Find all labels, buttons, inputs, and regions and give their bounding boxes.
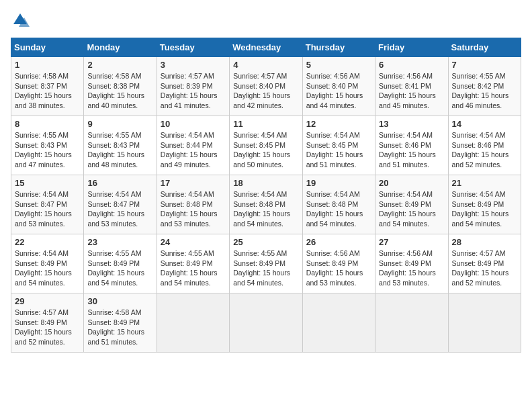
day-info: Sunrise: 4:54 AMSunset: 8:48 PMDaylight:…	[306, 190, 363, 228]
calendar-week-row: 8 Sunrise: 4:55 AMSunset: 8:43 PMDayligh…	[11, 116, 521, 175]
day-info: Sunrise: 4:55 AMSunset: 8:43 PMDaylight:…	[15, 131, 72, 169]
calendar-day-cell: 30 Sunrise: 4:58 AMSunset: 8:49 PMDaylig…	[84, 293, 157, 353]
calendar-day-cell: 25 Sunrise: 4:55 AMSunset: 8:49 PMDaylig…	[230, 234, 302, 293]
day-number: 5	[306, 60, 371, 70]
calendar-week-row: 22 Sunrise: 4:54 AMSunset: 8:49 PMDaylig…	[11, 234, 521, 293]
day-number: 30	[87, 296, 152, 306]
day-info: Sunrise: 4:55 AMSunset: 8:49 PMDaylight:…	[161, 249, 218, 287]
day-info: Sunrise: 4:55 AMSunset: 8:49 PMDaylight:…	[233, 249, 290, 287]
day-info: Sunrise: 4:57 AMSunset: 8:40 PMDaylight:…	[233, 72, 290, 109]
day-number: 23	[87, 237, 152, 247]
day-number: 29	[15, 296, 80, 306]
logo	[11, 11, 32, 30]
calendar-day-cell: 4 Sunrise: 4:57 AMSunset: 8:40 PMDayligh…	[230, 57, 302, 116]
day-header: Sunday	[11, 38, 84, 57]
calendar-day-cell: 12 Sunrise: 4:54 AMSunset: 8:45 PMDaylig…	[302, 116, 375, 175]
day-number: 18	[233, 178, 298, 188]
calendar-day-cell: 21 Sunrise: 4:54 AMSunset: 8:49 PMDaylig…	[448, 175, 521, 234]
calendar-week-row: 1 Sunrise: 4:58 AMSunset: 8:37 PMDayligh…	[11, 57, 521, 116]
calendar-day-cell: 26 Sunrise: 4:56 AMSunset: 8:49 PMDaylig…	[302, 234, 375, 293]
day-info: Sunrise: 4:57 AMSunset: 8:39 PMDaylight:…	[161, 72, 218, 109]
day-number: 11	[233, 119, 298, 129]
calendar-day-cell: 24 Sunrise: 4:55 AMSunset: 8:49 PMDaylig…	[157, 234, 229, 293]
day-info: Sunrise: 4:55 AMSunset: 8:43 PMDaylight:…	[87, 131, 144, 169]
calendar-day-cell: 1 Sunrise: 4:58 AMSunset: 8:37 PMDayligh…	[11, 57, 84, 116]
calendar-day-cell: 20 Sunrise: 4:54 AMSunset: 8:49 PMDaylig…	[375, 175, 448, 234]
calendar-day-cell: 3 Sunrise: 4:57 AMSunset: 8:39 PMDayligh…	[157, 57, 229, 116]
day-number: 10	[161, 119, 226, 129]
day-info: Sunrise: 4:55 AMSunset: 8:42 PMDaylight:…	[452, 72, 509, 109]
day-number: 25	[233, 237, 298, 247]
day-number: 15	[15, 178, 80, 188]
day-info: Sunrise: 4:55 AMSunset: 8:49 PMDaylight:…	[87, 249, 144, 287]
page-header	[11, 11, 521, 30]
calendar-day-cell: 17 Sunrise: 4:54 AMSunset: 8:48 PMDaylig…	[157, 175, 229, 234]
day-header: Saturday	[448, 38, 521, 57]
calendar-day-cell: 8 Sunrise: 4:55 AMSunset: 8:43 PMDayligh…	[11, 116, 84, 175]
day-header: Tuesday	[157, 38, 229, 57]
day-number: 13	[379, 119, 444, 129]
calendar-day-cell: 7 Sunrise: 4:55 AMSunset: 8:42 PMDayligh…	[448, 57, 521, 116]
day-info: Sunrise: 4:58 AMSunset: 8:38 PMDaylight:…	[87, 72, 144, 109]
day-header: Wednesday	[230, 38, 302, 57]
calendar-day-cell: 29 Sunrise: 4:57 AMSunset: 8:49 PMDaylig…	[11, 293, 84, 353]
day-number: 19	[306, 178, 371, 188]
day-info: Sunrise: 4:57 AMSunset: 8:49 PMDaylight:…	[452, 249, 509, 287]
calendar-day-cell: 19 Sunrise: 4:54 AMSunset: 8:48 PMDaylig…	[302, 175, 375, 234]
day-info: Sunrise: 4:54 AMSunset: 8:49 PMDaylight:…	[15, 249, 72, 287]
day-info: Sunrise: 4:54 AMSunset: 8:49 PMDaylight:…	[452, 190, 509, 228]
day-number: 6	[379, 60, 444, 70]
day-info: Sunrise: 4:54 AMSunset: 8:48 PMDaylight:…	[161, 190, 218, 228]
day-number: 3	[161, 60, 226, 70]
logo-icon	[11, 11, 30, 30]
calendar-table: SundayMondayTuesdayWednesdayThursdayFrid…	[11, 38, 521, 353]
day-info: Sunrise: 4:54 AMSunset: 8:45 PMDaylight:…	[233, 131, 290, 169]
calendar-day-cell: 27 Sunrise: 4:56 AMSunset: 8:49 PMDaylig…	[375, 234, 448, 293]
calendar-day-cell	[157, 293, 229, 353]
calendar-week-row: 29 Sunrise: 4:57 AMSunset: 8:49 PMDaylig…	[11, 293, 521, 353]
day-number: 14	[452, 119, 517, 129]
day-number: 28	[452, 237, 517, 247]
day-info: Sunrise: 4:56 AMSunset: 8:49 PMDaylight:…	[306, 249, 363, 287]
day-number: 8	[15, 119, 80, 129]
day-number: 2	[87, 60, 152, 70]
day-number: 27	[379, 237, 444, 247]
day-info: Sunrise: 4:58 AMSunset: 8:49 PMDaylight:…	[87, 308, 144, 346]
day-info: Sunrise: 4:54 AMSunset: 8:49 PMDaylight:…	[379, 190, 436, 228]
day-header: Monday	[84, 38, 157, 57]
calendar-day-cell	[302, 293, 375, 353]
calendar-day-cell: 23 Sunrise: 4:55 AMSunset: 8:49 PMDaylig…	[84, 234, 157, 293]
day-number: 21	[452, 178, 517, 188]
calendar-day-cell: 15 Sunrise: 4:54 AMSunset: 8:47 PMDaylig…	[11, 175, 84, 234]
calendar-day-cell: 5 Sunrise: 4:56 AMSunset: 8:40 PMDayligh…	[302, 57, 375, 116]
day-info: Sunrise: 4:54 AMSunset: 8:46 PMDaylight:…	[452, 131, 509, 169]
day-number: 1	[15, 60, 80, 70]
day-number: 12	[306, 119, 371, 129]
calendar-day-cell	[448, 293, 521, 353]
day-info: Sunrise: 4:54 AMSunset: 8:44 PMDaylight:…	[161, 131, 218, 169]
calendar-day-cell	[375, 293, 448, 353]
calendar-day-cell: 6 Sunrise: 4:56 AMSunset: 8:41 PMDayligh…	[375, 57, 448, 116]
calendar-day-cell: 22 Sunrise: 4:54 AMSunset: 8:49 PMDaylig…	[11, 234, 84, 293]
day-number: 9	[87, 119, 152, 129]
day-header: Friday	[375, 38, 448, 57]
day-info: Sunrise: 4:56 AMSunset: 8:40 PMDaylight:…	[306, 72, 363, 109]
day-number: 24	[161, 237, 226, 247]
calendar-day-cell: 10 Sunrise: 4:54 AMSunset: 8:44 PMDaylig…	[157, 116, 229, 175]
calendar-day-cell: 16 Sunrise: 4:54 AMSunset: 8:47 PMDaylig…	[84, 175, 157, 234]
day-header: Thursday	[302, 38, 375, 57]
day-info: Sunrise: 4:54 AMSunset: 8:47 PMDaylight:…	[87, 190, 144, 228]
calendar-week-row: 15 Sunrise: 4:54 AMSunset: 8:47 PMDaylig…	[11, 175, 521, 234]
day-number: 20	[379, 178, 444, 188]
calendar-day-cell: 9 Sunrise: 4:55 AMSunset: 8:43 PMDayligh…	[84, 116, 157, 175]
calendar-day-cell: 28 Sunrise: 4:57 AMSunset: 8:49 PMDaylig…	[448, 234, 521, 293]
calendar-day-cell: 11 Sunrise: 4:54 AMSunset: 8:45 PMDaylig…	[230, 116, 302, 175]
day-number: 26	[306, 237, 371, 247]
day-number: 16	[87, 178, 152, 188]
day-info: Sunrise: 4:58 AMSunset: 8:37 PMDaylight:…	[15, 72, 72, 109]
day-number: 4	[233, 60, 298, 70]
calendar-day-cell	[230, 293, 302, 353]
day-info: Sunrise: 4:54 AMSunset: 8:48 PMDaylight:…	[233, 190, 290, 228]
day-info: Sunrise: 4:56 AMSunset: 8:41 PMDaylight:…	[379, 72, 436, 109]
day-info: Sunrise: 4:54 AMSunset: 8:46 PMDaylight:…	[379, 131, 436, 169]
